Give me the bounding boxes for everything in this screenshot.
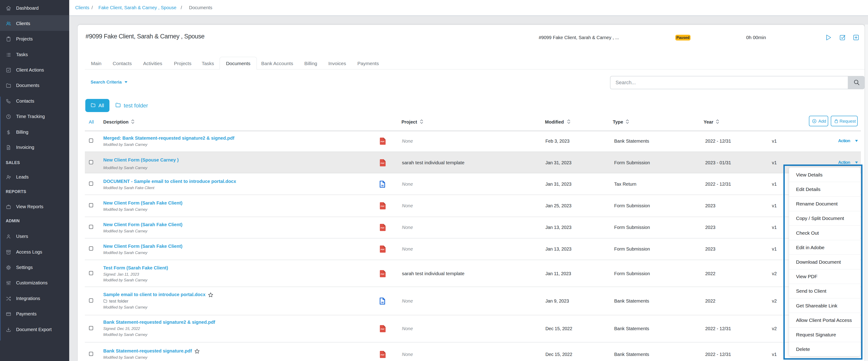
svg-text:PDF: PDF	[380, 328, 384, 330]
svg-text:PDF: PDF	[380, 273, 384, 275]
svg-text:PDF: PDF	[380, 205, 384, 207]
svg-text:PDF: PDF	[380, 354, 384, 356]
svg-text:PDF: PDF	[380, 141, 384, 143]
svg-text:PDF: PDF	[380, 162, 384, 164]
svg-text:w: w	[381, 184, 384, 187]
svg-text:w: w	[381, 300, 384, 304]
svg-text:PDF: PDF	[380, 227, 384, 229]
svg-text:PDF: PDF	[380, 248, 384, 250]
